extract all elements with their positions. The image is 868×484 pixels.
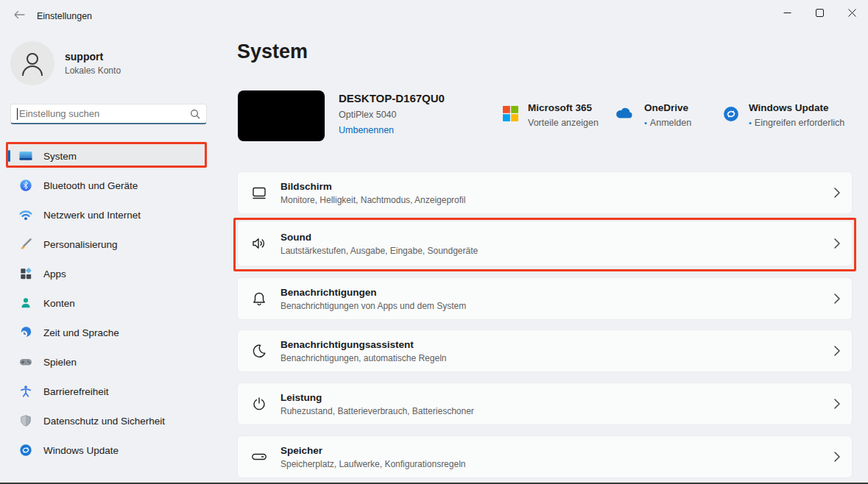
back-arrow-icon xyxy=(13,10,25,19)
row-title: Benachrichtigungen xyxy=(280,287,466,298)
sidebar-item-gaming[interactable]: Spielen xyxy=(7,349,208,375)
sidebar-item-personalization[interactable]: Personalisierung xyxy=(7,231,208,257)
promo-title: Windows Update xyxy=(749,102,844,113)
row-subtitle: Monitore, Helligkeit, Nachtmodus, Anzeig… xyxy=(280,195,465,205)
minimize-button[interactable] xyxy=(771,0,803,25)
settings-row-storage[interactable]: Speicher Speicherplatz, Laufwerke, Konfi… xyxy=(237,435,853,478)
row-title: Speicher xyxy=(280,445,465,456)
chevron-right-icon xyxy=(834,346,840,356)
close-button[interactable] xyxy=(836,0,868,25)
sidebar-item-label: System xyxy=(43,151,77,162)
microsoft-365-icon xyxy=(503,106,518,121)
sidebar-nav: System Bluetooth und Geräte Netzwerk u xyxy=(7,143,208,466)
bluetooth-icon xyxy=(18,178,33,193)
person-icon xyxy=(20,50,45,76)
row-subtitle: Benachrichtigungen von Apps und dem Syst… xyxy=(280,301,466,311)
user-name: support xyxy=(65,51,121,63)
sidebar-item-label: Windows Update xyxy=(43,445,119,456)
account-icon xyxy=(18,296,33,310)
windows-update-icon xyxy=(18,443,33,458)
gamepad-icon xyxy=(18,355,33,369)
user-profile[interactable]: support Lokales Konto xyxy=(10,41,121,85)
sidebar-item-label: Zeit und Sprache xyxy=(43,327,119,338)
status-dot: • xyxy=(749,118,752,127)
sidebar-item-accounts[interactable]: Konten xyxy=(7,290,208,316)
chevron-right-icon xyxy=(834,399,840,409)
sidebar-item-label: Apps xyxy=(43,268,66,280)
settings-row-sound[interactable]: Sound Lautstärkestufen, Ausgabe, Eingabe… xyxy=(237,221,853,266)
account-type: Lokales Konto xyxy=(65,65,121,76)
sidebar-item-windows-update[interactable]: Windows Update xyxy=(7,437,208,463)
search-icon xyxy=(190,109,200,119)
row-title: Sound xyxy=(280,232,478,243)
row-subtitle: Benachrichtigungen, automatische Regeln xyxy=(280,353,446,363)
bell-icon xyxy=(250,290,268,307)
promo-windows-update[interactable]: Windows Update •Eingreifen erforderlich xyxy=(723,102,844,128)
apps-icon xyxy=(18,266,33,281)
chevron-right-icon xyxy=(834,188,840,198)
promo-onedrive[interactable]: OneDrive •Anmelden xyxy=(614,102,691,128)
device-thumbnail xyxy=(238,90,325,141)
device-model: OptiPlex 5040 xyxy=(339,110,445,120)
moon-icon xyxy=(250,342,268,360)
windows-update-icon xyxy=(723,106,739,122)
system-icon xyxy=(18,149,33,163)
titlebar: Einstellungen xyxy=(0,0,868,28)
status-dot: • xyxy=(644,118,647,127)
maximize-button[interactable] xyxy=(803,0,836,25)
settings-row-power[interactable]: Leistung Ruhezustand, Batterieverbrauch,… xyxy=(237,382,853,425)
promo-subtitle: •Anmelden xyxy=(644,118,691,128)
onedrive-icon xyxy=(614,106,635,119)
row-title: Bildschirm xyxy=(280,181,465,192)
sidebar-item-apps[interactable]: Apps xyxy=(7,260,208,287)
minimize-icon xyxy=(783,9,791,17)
search-input[interactable] xyxy=(19,108,190,119)
chevron-right-icon xyxy=(834,293,840,304)
sidebar-item-label: Konten xyxy=(43,298,75,309)
maximize-icon xyxy=(816,9,824,17)
row-subtitle: Ruhezustand, Batterieverbrauch, Batterie… xyxy=(280,406,474,416)
sidebar-item-privacy[interactable]: Datenschutz und Sicherheit xyxy=(7,408,208,434)
window-controls xyxy=(771,0,868,25)
row-title: Benachrichtigungsassistent xyxy=(280,339,446,350)
close-icon xyxy=(848,9,856,17)
promo-title: OneDrive xyxy=(644,102,691,113)
sidebar-item-network[interactable]: Netzwerk und Internet xyxy=(7,202,208,228)
sidebar-item-label: Barrierefreiheit xyxy=(43,386,109,397)
sidebar-item-label: Bluetooth und Geräte xyxy=(43,180,138,191)
settings-row-focus-assist[interactable]: Benachrichtigungsassistent Benachrichtig… xyxy=(237,330,853,372)
rename-link[interactable]: Umbenennen xyxy=(339,125,445,135)
page-title: System xyxy=(237,40,308,63)
search-box[interactable] xyxy=(10,104,207,124)
back-button[interactable] xyxy=(9,6,29,24)
storage-icon xyxy=(250,448,268,466)
accessibility-icon xyxy=(18,384,33,399)
text-caret xyxy=(17,108,18,120)
row-subtitle: Speicherplatz, Laufwerke, Konfigurations… xyxy=(280,459,465,469)
wifi-icon xyxy=(18,207,33,222)
selection-indicator xyxy=(8,150,10,162)
sidebar-item-bluetooth[interactable]: Bluetooth und Geräte xyxy=(7,172,208,199)
sound-icon xyxy=(250,235,268,252)
sidebar-item-accessibility[interactable]: Barrierefreiheit xyxy=(7,378,208,405)
row-title: Leistung xyxy=(280,392,474,403)
device-name: DESKTOP-D167QU0 xyxy=(339,92,445,104)
promo-microsoft-365[interactable]: Microsoft 365 Vorteile anzeigen xyxy=(503,102,599,128)
sidebar-item-label: Netzwerk und Internet xyxy=(43,210,141,221)
power-icon xyxy=(250,395,268,413)
sidebar-item-system[interactable]: System xyxy=(7,143,208,169)
sidebar-item-label: Personalisierung xyxy=(43,239,118,250)
settings-row-notifications[interactable]: Benachrichtigungen Benachrichtigungen vo… xyxy=(237,277,853,320)
settings-row-display[interactable]: Bildschirm Monitore, Helligkeit, Nachtmo… xyxy=(237,171,853,214)
sidebar-item-label: Datenschutz und Sicherheit xyxy=(43,416,165,427)
sidebar-item-time-language[interactable]: Zeit und Sprache xyxy=(7,319,208,346)
chevron-right-icon xyxy=(834,452,840,462)
display-icon xyxy=(250,184,268,202)
promo-title: Microsoft 365 xyxy=(528,102,599,113)
app-title: Einstellungen xyxy=(37,11,92,21)
shield-icon xyxy=(18,413,33,428)
brush-icon xyxy=(18,237,33,252)
row-subtitle: Lautstärkestufen, Ausgabe, Eingabe, Soun… xyxy=(280,246,478,256)
clock-icon xyxy=(18,325,33,340)
promo-subtitle: •Eingreifen erforderlich xyxy=(749,118,844,128)
